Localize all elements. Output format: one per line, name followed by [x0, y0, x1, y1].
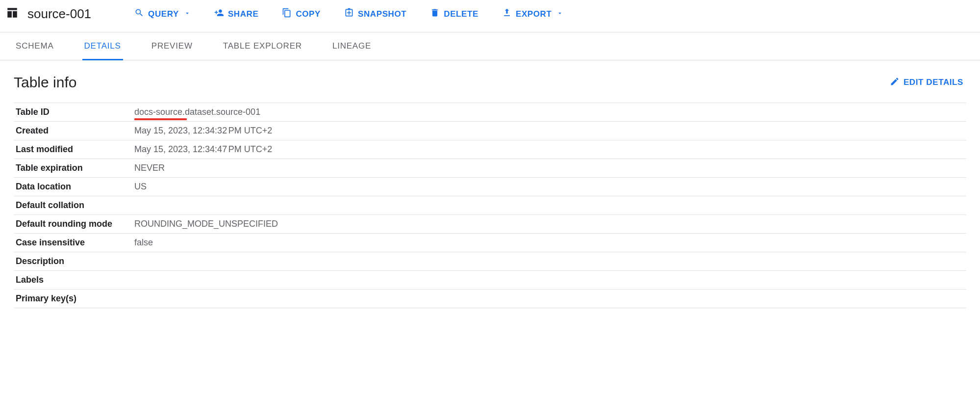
- table-row: Default rounding mode ROUNDING_MODE_UNSP…: [14, 215, 966, 234]
- section-header: Table info EDIT DETAILS: [14, 74, 966, 91]
- info-value: [132, 271, 966, 290]
- trash-icon: [430, 8, 440, 20]
- search-icon: [134, 8, 144, 20]
- section-title: Table info: [14, 74, 76, 91]
- snapshot-label: SNAPSHOT: [358, 9, 406, 19]
- info-value: ROUNDING_MODE_UNSPECIFIED: [132, 215, 966, 234]
- table-info: Table ID docs-source.dataset.source-001 …: [14, 103, 966, 308]
- table-icon: [6, 6, 19, 22]
- info-label: Table ID: [14, 103, 132, 122]
- chevron-down-icon: [183, 9, 191, 19]
- export-label: EXPORT: [516, 9, 552, 19]
- query-button[interactable]: QUERY: [133, 5, 192, 23]
- tab-lineage[interactable]: LINEAGE: [330, 32, 373, 60]
- table-row: Description: [14, 252, 966, 271]
- table-row: Default collation: [14, 196, 966, 215]
- info-label: Data location: [14, 178, 132, 196]
- table-row: Table expiration NEVER: [14, 159, 966, 178]
- info-label: Description: [14, 252, 132, 271]
- snapshot-button[interactable]: SNAPSHOT: [343, 5, 407, 23]
- table-row: Data location US: [14, 178, 966, 196]
- snapshot-icon: [344, 8, 354, 20]
- tab-schema[interactable]: SCHEMA: [14, 32, 56, 60]
- copy-icon: [282, 8, 292, 20]
- export-button[interactable]: EXPORT: [501, 5, 565, 23]
- tab-bar: SCHEMA DETAILS PREVIEW TABLE EXPLORER LI…: [0, 32, 980, 60]
- copy-label: COPY: [296, 9, 321, 19]
- info-value: docs-source.dataset.source-001: [132, 103, 966, 122]
- info-value: [132, 252, 966, 271]
- table-row: Case insensitive false: [14, 234, 966, 252]
- tab-preview[interactable]: PREVIEW: [150, 32, 195, 60]
- query-label: QUERY: [148, 9, 179, 19]
- info-label: Default rounding mode: [14, 215, 132, 234]
- edit-details-button[interactable]: EDIT DETAILS: [887, 76, 966, 89]
- copy-button[interactable]: COPY: [281, 5, 322, 23]
- chevron-down-icon: [555, 9, 563, 19]
- share-button[interactable]: SHARE: [213, 5, 260, 23]
- page-title: source-001: [27, 6, 91, 22]
- tab-table-explorer[interactable]: TABLE EXPLORER: [221, 32, 304, 60]
- table-id-value: docs-source.dataset.source-001: [134, 107, 260, 117]
- info-value: May 15, 2023, 12:34:47 PM UTC+2: [132, 140, 966, 159]
- share-label: SHARE: [228, 9, 259, 19]
- info-label: Table expiration: [14, 159, 132, 178]
- table-row: Table ID docs-source.dataset.source-001: [14, 103, 966, 122]
- title-group: source-001: [6, 6, 91, 22]
- toolbar: source-001 QUERY SHARE COPY SNAPSHOT DEL…: [0, 0, 980, 32]
- table-row: Created May 15, 2023, 12:34:32 PM UTC+2: [14, 122, 966, 140]
- pencil-icon: [890, 77, 900, 89]
- table-row: Last modified May 15, 2023, 12:34:47 PM …: [14, 140, 966, 159]
- content: Table info EDIT DETAILS Table ID docs-so…: [0, 60, 980, 322]
- info-value: NEVER: [132, 159, 966, 178]
- info-label: Default collation: [14, 196, 132, 215]
- info-label: Created: [14, 122, 132, 140]
- delete-label: DELETE: [444, 9, 478, 19]
- info-label: Primary key(s): [14, 290, 132, 308]
- tab-details[interactable]: DETAILS: [82, 32, 123, 60]
- info-label: Labels: [14, 271, 132, 290]
- edit-details-label: EDIT DETAILS: [904, 78, 963, 87]
- info-value: false: [132, 234, 966, 252]
- info-label: Last modified: [14, 140, 132, 159]
- table-row: Labels: [14, 271, 966, 290]
- person-add-icon: [214, 8, 224, 20]
- delete-button[interactable]: DELETE: [429, 5, 479, 23]
- info-value: [132, 290, 966, 308]
- table-row: Primary key(s): [14, 290, 966, 308]
- info-label: Case insensitive: [14, 234, 132, 252]
- info-value: May 15, 2023, 12:34:32 PM UTC+2: [132, 122, 966, 140]
- info-value: US: [132, 178, 966, 196]
- export-icon: [502, 8, 512, 20]
- info-value: [132, 196, 966, 215]
